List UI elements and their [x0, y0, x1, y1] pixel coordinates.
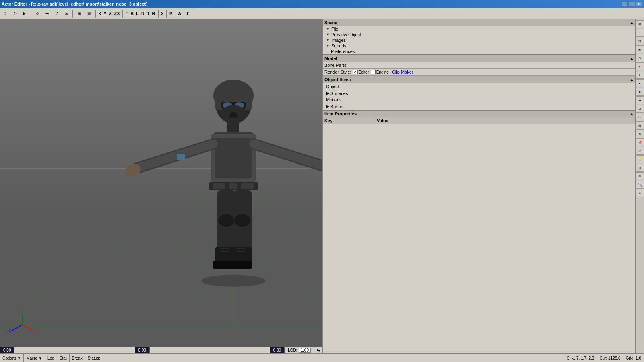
model-arrow[interactable]: ▲	[630, 56, 634, 60]
strip-btn-15[interactable]: 📌	[636, 138, 644, 146]
svg-rect-38	[227, 118, 239, 132]
strip-btn-21[interactable]: A	[636, 189, 644, 197]
engine-radio[interactable]: Engine	[371, 70, 389, 74]
svg-rect-27	[213, 183, 225, 189]
f2-label: F	[186, 11, 190, 16]
strip-btn-12[interactable]: ✂	[636, 113, 644, 121]
strip-btn-6[interactable]: ●	[636, 62, 644, 70]
svg-line-43	[254, 144, 322, 168]
scene-arrow[interactable]: ▲	[630, 21, 634, 25]
b2-label: B	[151, 11, 156, 16]
clip-maker-btn[interactable]: Clip Maker	[392, 70, 413, 74]
object-item[interactable]: Object	[323, 83, 635, 90]
motions-item[interactable]: Motions	[323, 97, 635, 103]
panel-main: Scene ▲ ▼ File ▼ Preview Object ▼ Images…	[322, 19, 635, 353]
item-properties-arrow[interactable]: ▲	[630, 112, 634, 116]
break-label: Break	[72, 356, 83, 360]
svg-line-63	[12, 325, 22, 331]
macro-dropdown[interactable]: Macro ▼	[24, 354, 45, 362]
item-properties-panel: Item Properties ▲ Key Value	[323, 111, 635, 353]
strip-btn-19[interactable]: ≋	[636, 172, 644, 180]
strip-btn-13[interactable]: ⊞	[636, 121, 644, 130]
scene-preferences-label: Preferences	[331, 49, 355, 54]
strip-btn-10[interactable]: ◆	[636, 96, 644, 104]
item-properties-title: Item Properties	[324, 111, 357, 116]
scene-preview-item[interactable]: ▼ Preview Object	[323, 32, 635, 37]
viewport[interactable]: X Y Z	[0, 19, 322, 347]
item-properties-header: Item Properties ▲	[323, 111, 635, 117]
b-label: B	[130, 11, 134, 16]
strip-btn-1[interactable]: ⊞	[636, 20, 644, 28]
toolbar-snap[interactable]: ⊟	[85, 9, 93, 18]
close-button[interactable]: ×	[636, 1, 642, 7]
toolbar-scale[interactable]: ⇲	[62, 9, 71, 18]
editor-checkbox[interactable]: ✓	[353, 70, 358, 74]
options-arrow[interactable]: ▼	[17, 356, 21, 360]
expand-button[interactable]: ⇆	[314, 347, 322, 353]
strip-btn-17[interactable]: 💡	[636, 155, 644, 163]
svg-rect-29	[242, 183, 254, 189]
toolbar-redo[interactable]: ↻	[10, 9, 19, 18]
minimize-button[interactable]: _	[621, 1, 628, 7]
status-bar: Options ▼ Macro ▼ Log Stat Break Status:…	[0, 353, 644, 362]
toolbar-grid[interactable]: ⊞	[75, 9, 84, 18]
strip-btn-3[interactable]: ⊟	[636, 37, 644, 45]
scene-preferences-item[interactable]: Preferences	[323, 49, 635, 54]
break-button[interactable]: Break	[70, 354, 85, 362]
f-label: F	[124, 11, 129, 16]
toolbar-rotate[interactable]: ↺	[52, 9, 61, 18]
macro-arrow[interactable]: ▼	[38, 356, 42, 360]
toolbar-move[interactable]: ✛	[43, 9, 52, 18]
stat-label: Stat	[60, 356, 67, 360]
scene-header: Scene ▲	[323, 19, 635, 26]
toolbar-sep-8	[184, 10, 184, 18]
options-label: Options	[2, 356, 16, 360]
toolbar-undo[interactable]: ↺	[1, 9, 10, 18]
title-bar-buttons: _ □ ×	[621, 1, 642, 7]
grid-text: Grid: 1.0	[626, 356, 641, 360]
surfaces-expand-icon: ▶	[326, 90, 329, 96]
svg-text:X: X	[33, 329, 36, 333]
strip-btn-20[interactable]: 🔍	[636, 181, 644, 189]
strip-btn-14[interactable]: ⚙	[636, 130, 644, 138]
time-left-display: 0.00	[0, 347, 14, 353]
time-center-display: 0.00	[135, 347, 149, 353]
model-header: Model ▲	[323, 55, 635, 62]
scene-sounds-item[interactable]: ▼ Sounds	[323, 43, 635, 49]
macro-label: Macro	[26, 356, 37, 360]
toolbar-select[interactable]: ⊹	[33, 9, 42, 18]
log-button[interactable]: Log	[45, 354, 57, 362]
coords-text: C: -1.7, 1.7, 2.3	[566, 356, 594, 360]
app-title: Actor Editor - [e:\x-ray sdk\level_edito…	[2, 2, 147, 6]
strip-btn-18[interactable]: ⊛	[636, 164, 644, 172]
strip-btn-8[interactable]: ●	[636, 79, 644, 87]
surfaces-item[interactable]: ▶ Surfaces	[323, 90, 635, 97]
object-items-arrow[interactable]: ▲	[630, 78, 634, 82]
svg-rect-46	[177, 154, 185, 160]
strip-btn-11[interactable]: ⊿	[636, 105, 644, 113]
options-dropdown[interactable]: Options ▼	[0, 354, 24, 362]
viewport-wrapper: X Y Z 0.00 0.00 0.00 LOD: 1.00 ⇆	[0, 19, 322, 353]
object-items-panel: Object Items ▲ Object ▶ Surfaces Motions…	[323, 76, 635, 111]
strip-btn-7[interactable]: ●	[636, 71, 644, 79]
strip-btn-16[interactable]: ↺	[636, 147, 644, 155]
x2-label: X	[160, 11, 165, 16]
stat-button[interactable]: Stat	[57, 354, 70, 362]
svg-rect-28	[229, 183, 237, 189]
svg-rect-54	[229, 261, 252, 269]
scene-file-item[interactable]: ▼ File	[323, 26, 635, 32]
strip-btn-2[interactable]: ≡	[636, 29, 644, 37]
strip-btn-9[interactable]: ■	[636, 88, 644, 96]
svg-text:Z: Z	[9, 329, 11, 333]
l-label: L	[135, 11, 140, 16]
engine-checkbox[interactable]	[371, 70, 376, 74]
strip-btn-4[interactable]: ◉	[636, 45, 644, 53]
svg-point-49	[218, 214, 234, 227]
object-label: Object	[326, 84, 339, 89]
bones-item[interactable]: ▶ Bones	[323, 103, 635, 110]
editor-radio[interactable]: ✓ Editor	[353, 70, 369, 74]
toolbar-play[interactable]: ▶	[20, 9, 29, 18]
strip-btn-5[interactable]: ⊕	[636, 54, 644, 62]
scene-images-item[interactable]: ▼ Images	[323, 37, 635, 43]
maximize-button[interactable]: □	[629, 1, 635, 7]
